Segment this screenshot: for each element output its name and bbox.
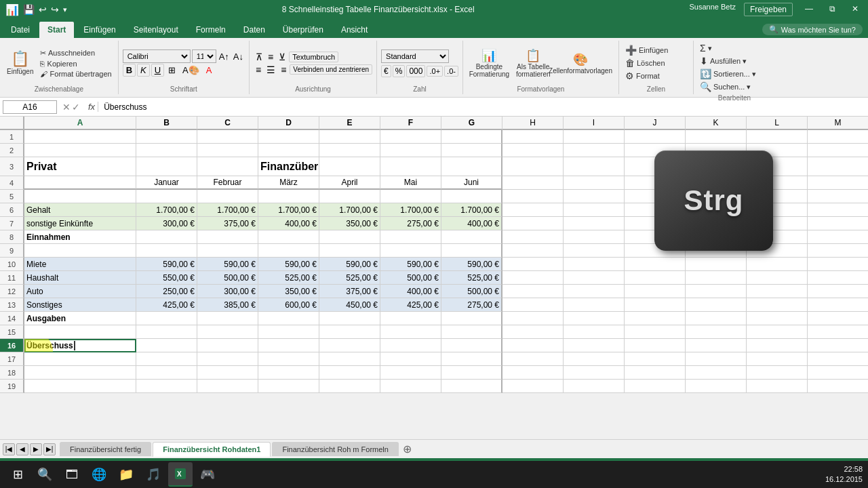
cell-j15[interactable] [625,325,686,339]
cell-f19[interactable] [380,380,441,393]
cell-h10[interactable] [502,258,564,271]
sheet-last-btn[interactable]: ▶| [43,443,56,455]
decrease-decimal-button[interactable]: .0- [444,66,458,77]
cell-g1[interactable] [441,130,502,144]
cell-i14[interactable] [564,312,625,325]
find-select-button[interactable]: 🔍 Suchen... ▾ [698,81,758,93]
cell-g11[interactable]: 525,00 € [441,271,502,285]
quick-access-save[interactable]: 💾 [23,4,35,15]
cell-g9[interactable] [441,244,502,258]
cell-l16[interactable] [747,339,808,352]
cell-a12[interactable]: Auto [24,285,136,298]
start-button[interactable]: ⊞ [5,462,30,487]
cell-b15[interactable] [136,325,197,339]
cell-g8[interactable] [441,230,502,244]
cell-f8[interactable] [380,230,441,244]
cell-a4[interactable] [24,176,136,190]
cell-g12[interactable]: 500,00 € [441,285,502,298]
cell-d4[interactable]: März [258,176,319,190]
row-header-4[interactable]: 4 [0,176,24,190]
col-header-d[interactable]: D [258,117,319,130]
cell-i10[interactable] [564,258,625,271]
cell-k17[interactable] [686,352,747,366]
cell-l14[interactable] [747,312,808,325]
cell-a18[interactable] [24,366,136,380]
cell-a13[interactable]: Sonstiges [24,298,136,312]
cell-d7[interactable]: 400,00 € [258,217,319,230]
cell-j10[interactable] [625,258,686,271]
cell-d8[interactable] [258,230,319,244]
cell-l17[interactable] [747,352,808,366]
cell-i13[interactable] [564,298,625,312]
cell-b3[interactable] [136,157,197,176]
cell-e7[interactable]: 350,00 € [319,217,380,230]
row-header-15[interactable]: 15 [0,325,24,339]
cell-d9[interactable] [258,244,319,258]
row-header-16[interactable]: 16 [0,339,24,352]
cell-k16[interactable] [686,339,747,352]
cell-k12[interactable] [686,285,747,298]
cell-h2[interactable] [502,144,564,157]
row-header-12[interactable]: 12 [0,285,24,298]
cell-c11[interactable]: 500,00 € [197,271,258,285]
col-header-a[interactable]: A [24,117,136,130]
cell-a7[interactable]: sonstige Einkünfte [24,217,136,230]
fill-button[interactable]: ⬇ Ausfüllen ▾ [698,55,758,67]
insert-cells-button[interactable]: ➕ Einfügen [623,44,670,56]
cell-reference-input[interactable] [3,100,57,114]
cell-e15[interactable] [319,325,380,339]
format-cells-button[interactable]: ⚙ Format [623,70,670,82]
cell-c18[interactable] [197,366,258,380]
font-family-select[interactable]: Calibri [123,49,191,63]
cell-a14[interactable]: Ausgaben [24,312,136,325]
cell-b10[interactable]: 590,00 € [136,258,197,271]
cell-m1[interactable] [808,130,868,144]
cell-d18[interactable] [258,366,319,380]
cell-k14[interactable] [686,312,747,325]
search-box[interactable]: 🔍 Was möchten Sie tun? [762,24,863,35]
cell-i4[interactable] [564,176,625,190]
cell-i6[interactable] [564,203,625,217]
excel-taskbar-button[interactable]: X [168,462,193,487]
increase-decimal-button[interactable]: .0+ [427,66,443,77]
cell-h14[interactable] [502,312,564,325]
cell-d16[interactable] [258,339,319,352]
cell-i15[interactable] [564,325,625,339]
cell-i7[interactable] [564,217,625,230]
cell-h6[interactable] [502,203,564,217]
cell-d19[interactable] [258,380,319,393]
paste-button[interactable]: 📋 Einfügen [4,49,36,76]
cell-f14[interactable] [380,312,441,325]
cell-m12[interactable] [808,285,868,298]
cell-i1[interactable] [564,130,625,144]
groove-button[interactable]: 🎵 [141,462,165,487]
tab-ansicht[interactable]: Ansicht [333,22,376,38]
cell-g18[interactable] [441,366,502,380]
sheet-prev-btn[interactable]: ◀ [16,443,28,455]
cell-i12[interactable] [564,285,625,298]
cell-c17[interactable] [197,352,258,366]
cell-g4[interactable]: Juni [441,176,502,190]
cell-i17[interactable] [564,352,625,366]
cell-c13[interactable]: 385,00 € [197,298,258,312]
cell-m11[interactable] [808,271,868,285]
cell-d1[interactable] [258,130,319,144]
cell-c2[interactable] [197,144,258,157]
col-header-e[interactable]: E [319,117,380,130]
align-bottom-button[interactable]: ⊻ [277,51,288,63]
cell-g16[interactable] [441,339,502,352]
cell-m16[interactable] [808,339,868,352]
cell-d13[interactable]: 600,00 € [258,298,319,312]
cell-i11[interactable] [564,271,625,285]
task-view-button[interactable]: 🗔 [60,462,84,487]
tab-seitenlayout[interactable]: Seitenlayout [125,22,186,38]
cell-m7[interactable] [808,217,868,230]
sheet-tab-rohdaten1[interactable]: Finanzübersicht Rohdaten1 [153,442,271,457]
cell-m14[interactable] [808,312,868,325]
cell-k11[interactable] [686,271,747,285]
cell-b8[interactable] [136,230,197,244]
autosum-button[interactable]: Σ ▾ [698,42,758,54]
col-header-h[interactable]: H [502,117,564,130]
cell-f11[interactable]: 500,00 € [380,271,441,285]
cell-e8[interactable] [319,230,380,244]
